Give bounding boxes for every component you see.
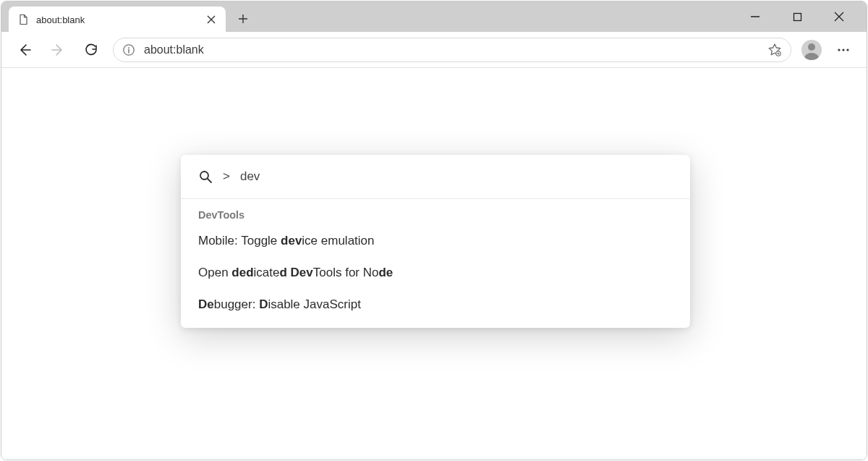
command-menu-item[interactable]: Debugger: Disable JavaScript (181, 289, 690, 328)
svg-rect-0 (793, 13, 801, 20)
window-minimize-button[interactable] (745, 7, 765, 27)
tab-title: about:blank (36, 14, 198, 25)
profile-button[interactable] (801, 40, 822, 60)
tab-strip: about:blank (1, 1, 867, 32)
command-query-text: dev (240, 169, 260, 184)
more-menu-button[interactable] (832, 38, 855, 62)
command-menu-item[interactable]: Open dedicated DevTools for Node (181, 257, 690, 289)
svg-point-5 (842, 48, 844, 51)
forward-button[interactable] (46, 38, 69, 62)
command-section-heading: DevTools (181, 199, 690, 225)
svg-point-2 (128, 46, 129, 48)
window-maximize-button[interactable] (787, 7, 807, 27)
back-button[interactable] (13, 38, 36, 62)
page-content: > dev DevTools Mobile: Toggle device emu… (1, 68, 867, 460)
command-menu: > dev DevTools Mobile: Toggle device emu… (181, 155, 690, 328)
new-tab-button[interactable] (230, 6, 256, 32)
svg-point-6 (846, 48, 848, 51)
window-close-button[interactable] (829, 7, 849, 27)
site-info-icon[interactable] (122, 43, 135, 56)
window-controls (745, 1, 862, 32)
reload-button[interactable] (80, 38, 103, 62)
command-prompt-prefix: > (223, 169, 230, 184)
toolbar (1, 32, 867, 68)
svg-point-7 (200, 172, 208, 179)
command-search-row[interactable]: > dev (181, 155, 690, 199)
svg-point-4 (838, 48, 840, 51)
favorite-icon[interactable] (767, 43, 782, 57)
tab-active[interactable]: about:blank (9, 7, 226, 33)
browser-window: about:blank (1, 1, 867, 460)
command-menu-item[interactable]: Mobile: Toggle device emulation (181, 225, 690, 257)
url-input[interactable] (144, 43, 759, 56)
page-icon (17, 14, 29, 25)
tab-close-button[interactable] (205, 14, 217, 25)
address-bar[interactable] (113, 38, 791, 62)
search-icon (198, 169, 213, 184)
